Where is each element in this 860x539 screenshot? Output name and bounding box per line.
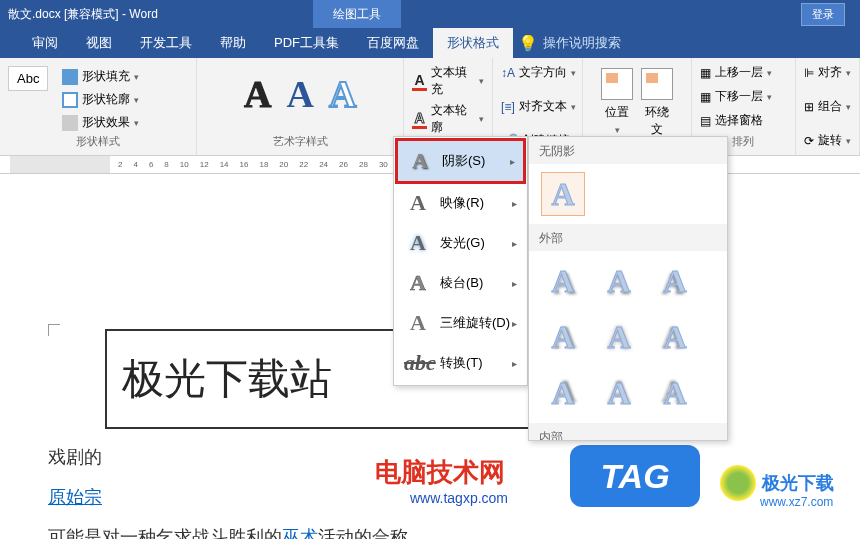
shadow-preset-none[interactable]: A bbox=[541, 172, 585, 216]
logo-icon bbox=[720, 465, 756, 501]
text-effects-submenu: A 阴影(S)▸ A 映像(R)▸ A 发光(G)▸ A 棱台(B)▸ A 三维… bbox=[393, 136, 528, 386]
selection-pane-icon: ▤ bbox=[700, 114, 711, 128]
menu-item-glow[interactable]: A 发光(G)▸ bbox=[396, 223, 525, 263]
tag-badge: TAG bbox=[570, 445, 700, 507]
send-backward-button[interactable]: ▦下移一层▾ bbox=[700, 86, 787, 107]
group-label-wordart: 艺术字样式 bbox=[205, 134, 395, 151]
reflection-icon: A bbox=[404, 190, 432, 216]
tab-help[interactable]: 帮助 bbox=[206, 28, 260, 58]
shadow-preset-outer[interactable]: A bbox=[541, 315, 585, 359]
rotate-button[interactable]: ⟳旋转▾ bbox=[804, 130, 851, 151]
shadow-preset-outer[interactable]: A bbox=[541, 259, 585, 303]
shadow-preset-outer[interactable]: A bbox=[597, 315, 641, 359]
window-title: 散文.docx [兼容模式] - Word bbox=[0, 6, 158, 23]
tab-shape-format[interactable]: 形状格式 bbox=[433, 28, 513, 58]
tell-me-search[interactable]: 操作说明搜索 bbox=[543, 34, 621, 52]
shadow-gallery-panel: 无阴影 A 外部 A A A A A A A A A 内部 bbox=[528, 136, 728, 441]
wrap-icon bbox=[641, 68, 673, 100]
tab-baidu[interactable]: 百度网盘 bbox=[353, 28, 433, 58]
page-margin-marker bbox=[48, 324, 60, 336]
align-text-button[interactable]: [≡]对齐文本▾ bbox=[501, 96, 574, 117]
menu-item-shadow[interactable]: A 阴影(S)▸ bbox=[395, 138, 526, 184]
bring-forward-button[interactable]: ▦上移一层▾ bbox=[700, 62, 787, 83]
rotation-3d-icon: A bbox=[404, 310, 432, 336]
lightbulb-icon: 💡 bbox=[518, 34, 538, 53]
contextual-tab-drawing-tools[interactable]: 绘图工具 bbox=[313, 0, 401, 28]
watermark-url-2: www.xz7.com bbox=[760, 495, 833, 509]
tab-review[interactable]: 审阅 bbox=[18, 28, 72, 58]
hyperlink[interactable]: 原始宗 bbox=[48, 487, 102, 507]
hyperlink[interactable]: 巫术 bbox=[282, 527, 318, 539]
shape-outline-button[interactable]: 形状轮廓▾ bbox=[58, 89, 143, 110]
body-text-line[interactable]: 戏剧的 bbox=[48, 439, 102, 475]
section-label-outer: 外部 bbox=[529, 224, 727, 251]
menu-item-3d-rotation[interactable]: A 三维旋转(D)▸ bbox=[396, 303, 525, 343]
bring-forward-icon: ▦ bbox=[700, 66, 711, 80]
wordart-style-1[interactable]: A bbox=[244, 72, 271, 116]
shadow-preset-outer[interactable]: A bbox=[653, 371, 697, 415]
send-backward-icon: ▦ bbox=[700, 90, 711, 104]
text-box-content[interactable]: 极光下载站 bbox=[122, 351, 332, 407]
shadow-preset-outer[interactable]: A bbox=[597, 259, 641, 303]
shape-style-preset[interactable]: Abc bbox=[8, 66, 48, 91]
body-text-line[interactable]: 原始宗 bbox=[48, 479, 102, 515]
menu-item-transform[interactable]: abc 转换(T)▸ bbox=[396, 343, 525, 383]
group-button[interactable]: ⊞组合▾ bbox=[804, 96, 851, 117]
group-label-shape-styles: 形状样式 bbox=[8, 134, 188, 151]
text-fill-button[interactable]: A文本填充▾ bbox=[412, 62, 484, 100]
shape-fill-button[interactable]: 形状填充▾ bbox=[58, 66, 143, 87]
selection-pane-button[interactable]: ▤选择窗格 bbox=[700, 110, 787, 131]
shadow-preset-outer[interactable]: A bbox=[653, 259, 697, 303]
shadow-preset-outer[interactable]: A bbox=[541, 371, 585, 415]
group-icon: ⊞ bbox=[804, 100, 814, 114]
bevel-icon: A bbox=[404, 270, 432, 296]
shadow-icon: A bbox=[406, 148, 434, 174]
menu-item-bevel[interactable]: A 棱台(B)▸ bbox=[396, 263, 525, 303]
section-label-no-shadow: 无阴影 bbox=[529, 137, 727, 164]
align-button[interactable]: ⊫对齐▾ bbox=[804, 62, 851, 83]
shadow-preset-outer[interactable]: A bbox=[653, 315, 697, 359]
align-objects-icon: ⊫ bbox=[804, 66, 814, 80]
glow-icon: A bbox=[404, 230, 432, 256]
tab-view[interactable]: 视图 bbox=[72, 28, 126, 58]
login-button[interactable]: 登录 bbox=[801, 3, 845, 26]
rotate-icon: ⟳ bbox=[804, 134, 814, 148]
body-text-line[interactable]: 可能是对一种乞求战斗胜利的巫术活动的合称， bbox=[48, 519, 426, 539]
section-label-inner: 内部 bbox=[529, 423, 727, 441]
align-icon: [≡] bbox=[501, 100, 515, 114]
shape-effects-button[interactable]: 形状效果▾ bbox=[58, 112, 143, 133]
tab-pdf-tools[interactable]: PDF工具集 bbox=[260, 28, 353, 58]
text-direction-button[interactable]: ↕А文字方向▾ bbox=[501, 62, 574, 83]
fill-icon bbox=[62, 69, 78, 85]
tab-developer[interactable]: 开发工具 bbox=[126, 28, 206, 58]
transform-icon: abc bbox=[404, 350, 432, 376]
watermark-text: 电脑技术网 bbox=[375, 455, 505, 490]
position-icon bbox=[601, 68, 633, 100]
outline-icon bbox=[62, 92, 78, 108]
watermark-url: www.tagxp.com bbox=[410, 490, 508, 506]
effects-icon bbox=[62, 115, 78, 131]
text-direction-icon: ↕А bbox=[501, 66, 515, 80]
menu-item-reflection[interactable]: A 映像(R)▸ bbox=[396, 183, 525, 223]
wordart-style-3[interactable]: A bbox=[329, 72, 356, 116]
shadow-preset-outer[interactable]: A bbox=[597, 371, 641, 415]
text-outline-button[interactable]: A文本轮廓▾ bbox=[412, 100, 484, 138]
wordart-style-2[interactable]: A bbox=[286, 72, 313, 116]
